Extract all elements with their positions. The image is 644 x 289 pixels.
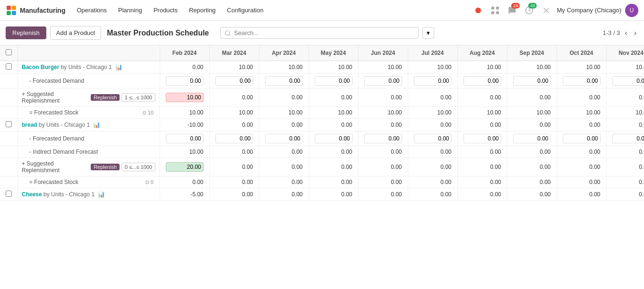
nav-products[interactable]: Products bbox=[150, 5, 181, 16]
sub-value-input[interactable] bbox=[315, 76, 352, 86]
sub-value-cell[interactable] bbox=[160, 74, 209, 88]
sub-value-input[interactable] bbox=[612, 134, 644, 143]
sub-value-cell[interactable] bbox=[408, 131, 457, 146]
app-logo[interactable]: Manufacturing bbox=[6, 5, 65, 16]
sub-value-input[interactable] bbox=[414, 134, 452, 143]
row-checkbox[interactable] bbox=[6, 121, 12, 127]
header-oct-2024: Oct 2024 bbox=[557, 45, 606, 61]
sub-value-input[interactable] bbox=[513, 76, 551, 86]
empty-checkbox-cell bbox=[0, 158, 18, 176]
table-row: = Forecasted Stock⊙ 00.000.000.000.000.0… bbox=[0, 176, 644, 188]
stock-value-cell: 0.00 bbox=[309, 176, 358, 188]
sub-value-cell[interactable] bbox=[507, 74, 557, 88]
target-icon: ⊙ 10 bbox=[142, 110, 154, 116]
product-name[interactable]: Cheese bbox=[22, 191, 42, 198]
next-page-button[interactable]: › bbox=[632, 28, 638, 38]
sub-value-input[interactable] bbox=[464, 76, 501, 86]
nav-configuration[interactable]: Configuration bbox=[223, 5, 267, 16]
chart-icon[interactable]: 📊 bbox=[93, 122, 100, 128]
nav-operations[interactable]: Operations bbox=[73, 5, 111, 16]
sub-value-input[interactable] bbox=[215, 134, 253, 143]
sub-value-input[interactable] bbox=[513, 134, 551, 143]
product-value-cell: 10.00 bbox=[557, 61, 606, 74]
row-checkbox[interactable] bbox=[6, 191, 12, 197]
nav-planning[interactable]: Planning bbox=[114, 5, 146, 16]
range-badge: 1 ≤...≤ 1000 bbox=[121, 93, 155, 102]
suggested-value-cell: 0.00 bbox=[507, 158, 557, 176]
sub-value-cell[interactable] bbox=[160, 131, 209, 146]
suggested-value-input[interactable] bbox=[166, 162, 204, 172]
stock-label-cell: = Forecasted Stock⊙ 0 bbox=[18, 176, 160, 188]
chart-icon[interactable]: 📊 bbox=[98, 191, 105, 198]
sub-value-input[interactable] bbox=[414, 76, 452, 86]
suggested-value-cell: 0.00 bbox=[259, 88, 309, 107]
sub-value-cell: 0.00 bbox=[309, 146, 358, 158]
sub-value-cell[interactable] bbox=[309, 74, 358, 88]
add-product-button[interactable]: Add a Product bbox=[50, 26, 101, 40]
sub-value-input[interactable] bbox=[364, 76, 402, 86]
chat-icon[interactable]: 24 bbox=[506, 4, 519, 17]
suggested-value-cell: 0.00 bbox=[606, 158, 644, 176]
sub-value-cell[interactable] bbox=[358, 131, 408, 146]
sub-value-cell[interactable] bbox=[557, 74, 606, 88]
sub-value-input[interactable] bbox=[563, 134, 601, 143]
table-row: + Suggested Replenishment Replenish 1 ≤.… bbox=[0, 88, 644, 107]
product-value-cell: 10.00 bbox=[457, 61, 507, 74]
sub-value-cell[interactable] bbox=[259, 74, 309, 88]
sub-value-cell[interactable] bbox=[606, 74, 644, 88]
product-name[interactable]: bread bbox=[22, 122, 37, 128]
product-value-cell: 10.00 bbox=[358, 61, 408, 74]
row-checkbox[interactable] bbox=[6, 63, 12, 70]
inline-replenish-button[interactable]: Replenish bbox=[91, 164, 120, 170]
product-suffix: by Units - Chicago 1 bbox=[59, 64, 112, 70]
suggested-value-cell: 0.00 bbox=[557, 158, 606, 176]
sub-value-input[interactable] bbox=[166, 76, 204, 86]
company-name[interactable]: My Company (Chicago) bbox=[557, 7, 621, 14]
search-input[interactable] bbox=[234, 29, 414, 36]
sub-value-cell[interactable] bbox=[457, 131, 507, 146]
suggested-value-cell[interactable] bbox=[160, 88, 209, 107]
sub-value-input[interactable] bbox=[166, 134, 204, 143]
product-name[interactable]: Bacon Burger bbox=[22, 64, 59, 70]
grid-icon[interactable] bbox=[489, 4, 502, 17]
product-value-cell: 10.00 bbox=[309, 61, 358, 74]
suggested-value-cell: 0.00 bbox=[358, 88, 408, 107]
table-row: = Forecasted Stock⊙ 1010.0010.0010.0010.… bbox=[0, 107, 644, 119]
product-value-cell: -10.00 bbox=[160, 119, 209, 131]
sub-value-cell[interactable] bbox=[557, 131, 606, 146]
sub-value-cell[interactable] bbox=[457, 74, 507, 88]
chart-icon[interactable]: 📊 bbox=[115, 64, 122, 70]
prev-page-button[interactable]: ‹ bbox=[623, 28, 629, 38]
sub-value-cell[interactable] bbox=[507, 131, 557, 146]
sub-value-cell[interactable] bbox=[309, 131, 358, 146]
select-all-checkbox[interactable] bbox=[6, 49, 12, 55]
search-dropdown-button[interactable]: ▾ bbox=[422, 27, 434, 39]
sub-value-input[interactable] bbox=[265, 76, 303, 86]
suggested-label: + Suggested Replenishment bbox=[22, 91, 89, 104]
sub-value-input[interactable] bbox=[464, 134, 501, 143]
sub-value-cell[interactable] bbox=[358, 74, 408, 88]
sub-value-cell[interactable] bbox=[259, 131, 309, 146]
product-value-cell: 0.00 bbox=[309, 119, 358, 131]
replenish-button[interactable]: Replenish bbox=[6, 26, 46, 39]
suggested-value-input[interactable] bbox=[166, 93, 204, 102]
suggested-value-cell[interactable] bbox=[160, 158, 209, 176]
empty-checkbox-cell bbox=[0, 146, 18, 158]
status-dot[interactable] bbox=[472, 4, 485, 17]
sub-label-text: - Forecasted Demand bbox=[22, 135, 84, 142]
clock-icon[interactable]: 43 bbox=[523, 4, 536, 17]
sub-value-input[interactable] bbox=[612, 76, 644, 86]
sub-value-input[interactable] bbox=[563, 76, 601, 86]
sub-value-input[interactable] bbox=[265, 134, 303, 143]
sub-value-cell[interactable] bbox=[408, 74, 457, 88]
sub-value-input[interactable] bbox=[215, 76, 253, 86]
user-avatar[interactable]: U bbox=[625, 4, 638, 17]
sub-value-input[interactable] bbox=[315, 134, 352, 143]
nav-reporting[interactable]: Reporting bbox=[185, 5, 219, 16]
sub-value-cell[interactable] bbox=[209, 131, 259, 146]
sub-value-cell[interactable] bbox=[606, 131, 644, 146]
sub-value-input[interactable] bbox=[364, 134, 402, 143]
close-icon[interactable] bbox=[540, 4, 553, 17]
sub-value-cell[interactable] bbox=[209, 74, 259, 88]
inline-replenish-button[interactable]: Replenish bbox=[91, 94, 120, 101]
